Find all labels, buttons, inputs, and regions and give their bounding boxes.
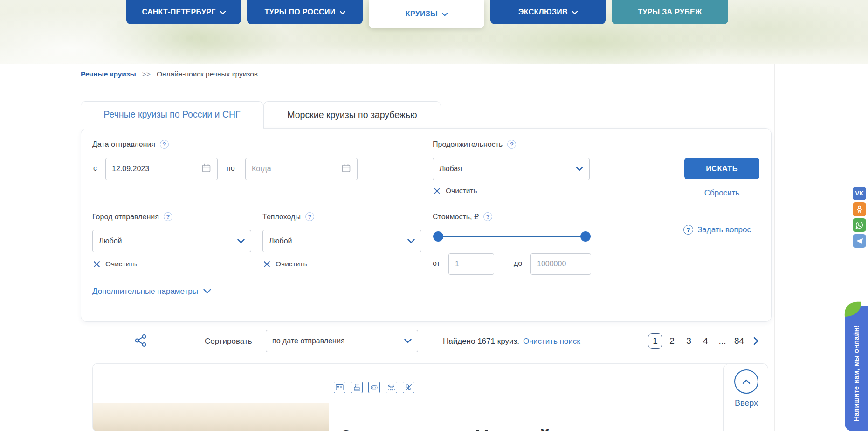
whatsapp-icon[interactable]: [853, 218, 866, 232]
page-button-3[interactable]: 3: [682, 333, 696, 349]
chevron-down-icon: [576, 165, 583, 173]
no-children-icon[interactable]: [403, 382, 414, 393]
page-button-last[interactable]: 84: [732, 333, 746, 349]
price-to-prefix: до: [514, 259, 522, 268]
date-to-input[interactable]: Когда: [245, 158, 358, 180]
clear-label: Очистить: [446, 187, 477, 195]
sort-label: Сортировать: [205, 337, 252, 346]
price-slider-handle-max[interactable]: [580, 231, 591, 242]
nav-button-label: КРУИЗЫ: [406, 10, 438, 18]
found-count-text: Найдено 1671 круиз.: [443, 337, 519, 346]
chevron-down-icon: [220, 8, 226, 16]
cruise-title-clipped[interactable]: Знакомьтесь, Нижний: [340, 426, 551, 431]
chevron-down-icon: [237, 237, 245, 245]
clear-search-link[interactable]: Очистить поиск: [523, 337, 580, 346]
sort-select[interactable]: по дате отправления: [266, 330, 418, 352]
label-text: Город отправления: [92, 213, 159, 221]
price-from-input[interactable]: 1: [448, 253, 494, 275]
up-arrow-icon[interactable]: [734, 369, 758, 394]
clear-label: Очистить: [276, 260, 307, 268]
help-icon[interactable]: ?: [483, 212, 492, 221]
odnoklassniki-icon[interactable]: [853, 202, 866, 216]
tab-sea-cruises[interactable]: Морские круизы по зарубежью: [263, 101, 441, 128]
page-button-4[interactable]: 4: [698, 333, 713, 349]
chevron-down-icon: [407, 237, 415, 245]
nav-button-cruises[interactable]: КРУИЗЫ: [369, 0, 484, 28]
calendar-icon[interactable]: [201, 163, 211, 175]
date-to-placeholder: Когда: [252, 165, 271, 173]
nav-button-spb[interactable]: САНКТ-ПЕТЕРБУРГ: [126, 0, 241, 24]
share-icon[interactable]: [134, 334, 147, 349]
search-button[interactable]: ИСКАТЬ: [684, 158, 759, 179]
chat-widget-tab[interactable]: Напишите нам, мы онлайн!: [845, 306, 868, 431]
chevron-down-icon: [340, 8, 345, 16]
nav-button-label: САНКТ-ПЕТЕРБУРГ: [142, 8, 215, 16]
date-from-value: 12.09.2023: [112, 165, 149, 173]
price-slider-handle-min[interactable]: [433, 231, 443, 242]
date-from-input[interactable]: 12.09.2023: [105, 158, 218, 180]
help-icon[interactable]: ?: [164, 212, 172, 221]
wedding-rings-icon[interactable]: [368, 382, 380, 393]
breadcrumb-separator: >>: [142, 70, 151, 78]
next-page-chevron-icon[interactable]: [749, 333, 763, 349]
ships-clear-button[interactable]: Очистить: [263, 260, 307, 268]
ships-value: Любой: [269, 237, 292, 245]
label-text: Стоимость, ₽: [433, 212, 479, 221]
breadcrumb-root-link[interactable]: Речные круизы: [81, 70, 136, 78]
nav-button-label: ТУРЫ ЗА РУБЕЖ: [638, 8, 702, 16]
page-ellipsis: ...: [715, 333, 730, 349]
results-summary: Найдено 1671 круиз. Очистить поиск: [443, 337, 580, 346]
tab-label: Речные круизы по России и СНГ: [103, 109, 240, 121]
label-text: Теплоходы: [262, 213, 301, 221]
ask-question-link[interactable]: ? Задать вопрос: [683, 225, 751, 235]
reset-button[interactable]: Сбросить: [684, 188, 759, 198]
breadcrumb: Речные круизы >> Онлайн-поиск речных кру…: [81, 70, 258, 78]
price-slider-track[interactable]: [438, 236, 586, 237]
nav-button-label: ТУРЫ ПО РОССИИ: [264, 8, 335, 16]
price-from-prefix: от: [433, 259, 440, 268]
departure-city-label: Город отправления ?: [92, 212, 172, 221]
question-circle-icon: ?: [683, 225, 693, 235]
calendar-icon[interactable]: [341, 163, 351, 175]
extra-params-toggle[interactable]: Дополнительные параметры: [92, 287, 211, 296]
ships-select[interactable]: Любой: [262, 230, 421, 252]
back-to-top-widget[interactable]: Вверх: [723, 363, 768, 431]
tab-river-cruises[interactable]: Речные круизы по России и СНГ: [81, 101, 263, 129]
nav-button-label: ЭКСКЛЮЗИВ: [518, 8, 568, 16]
help-icon[interactable]: ?: [160, 140, 169, 149]
nav-button-abroad-tours[interactable]: ТУРЫ ЗА РУБЕЖ: [612, 0, 728, 24]
departure-date-label: Дата отправления ?: [92, 140, 169, 149]
nav-button-russia-tours[interactable]: ТУРЫ ПО РОССИИ: [247, 0, 363, 24]
id-card-icon[interactable]: [334, 382, 345, 393]
nav-button-exclusive[interactable]: ЭКСКЛЮЗИВ: [490, 0, 606, 24]
ask-question-label: Задать вопрос: [697, 225, 751, 235]
cruise-photo: [93, 403, 329, 431]
cruise-card[interactable]: Знакомьтесь, Нижний: [92, 363, 760, 431]
departure-city-select[interactable]: Любой: [92, 230, 251, 252]
ships-label: Теплоходы ?: [262, 212, 314, 221]
duration-value: Любая: [439, 165, 462, 173]
page-button-1[interactable]: 1: [648, 333, 662, 349]
chevron-down-icon: [442, 10, 448, 18]
date-from-prefix: с: [93, 164, 97, 173]
duration-clear-button[interactable]: Очистить: [434, 187, 477, 195]
duration-label: Продолжительность ?: [433, 140, 516, 149]
price-to-input[interactable]: 1000000: [530, 253, 591, 275]
birthday-cake-icon[interactable]: [351, 382, 363, 393]
help-icon[interactable]: ?: [305, 212, 314, 221]
tab-label: Морские круизы по зарубежью: [287, 110, 417, 120]
breadcrumb-current: Онлайн-поиск речных круизов: [157, 70, 258, 78]
telegram-icon[interactable]: [853, 234, 866, 248]
vk-icon[interactable]: VK: [853, 187, 866, 200]
duration-select[interactable]: Любая: [433, 158, 590, 180]
help-icon[interactable]: ?: [507, 140, 516, 149]
page-button-2[interactable]: 2: [665, 333, 679, 349]
clear-x-icon: [263, 261, 270, 268]
back-to-top-label: Вверх: [724, 398, 769, 408]
chevron-down-icon: [203, 287, 211, 296]
price-from-value: 1: [455, 260, 459, 268]
city-clear-button[interactable]: Очистить: [93, 260, 137, 268]
amenity-icons-row: [334, 382, 414, 393]
pagination: 1 2 3 4 ... 84: [648, 333, 763, 349]
group-icon[interactable]: [386, 382, 397, 393]
